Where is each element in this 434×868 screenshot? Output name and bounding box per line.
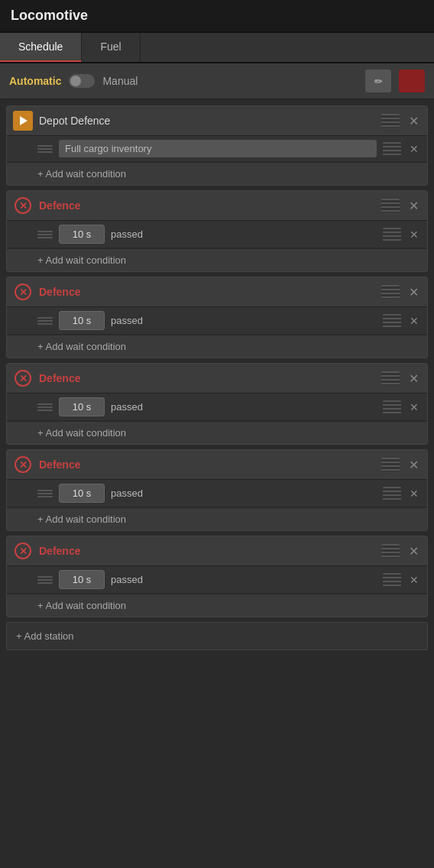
defence-5-condition-row: 10 s passed ✕: [7, 566, 427, 594]
defence-5-icon: ✕: [13, 541, 33, 561]
defence-5-close-button[interactable]: ✕: [406, 543, 421, 559]
d5-drag-lines[interactable]: [37, 576, 53, 584]
defence-circle-icon-5: ✕: [15, 542, 31, 559]
d3-handle: [383, 400, 401, 414]
pencil-icon: ✏: [374, 76, 383, 87]
defence-4-drag-handle[interactable]: [381, 458, 400, 471]
defence-circle-icon: ✕: [15, 197, 31, 214]
defence-5-name: Defence: [39, 545, 375, 557]
station-defence-3: ✕ Defence ✕ 10 s passed: [6, 363, 428, 445]
defence-2-drag-handle[interactable]: [381, 285, 400, 299]
automatic-label: Automatic: [9, 75, 61, 87]
play-triangle: [20, 116, 28, 125]
d4-drag-lines[interactable]: [37, 490, 53, 497]
close-icon: ✕: [410, 228, 419, 241]
close-icon: ✕: [410, 315, 419, 327]
d1-drag-lines[interactable]: [37, 231, 53, 238]
manual-label: Manual: [102, 75, 138, 87]
defence-5-time-value[interactable]: 10 s: [59, 570, 105, 589]
d5-handle: [383, 573, 401, 587]
defence-2-time-value[interactable]: 10 s: [59, 311, 105, 330]
d4-handle: [383, 487, 401, 500]
defence-1-condition-row: 10 s passed ✕: [7, 221, 427, 248]
depot-close-button[interactable]: ✕: [406, 113, 421, 128]
defence-2-icon: ✕: [13, 282, 33, 302]
cargo-close-button[interactable]: ✕: [407, 142, 421, 156]
close-icon: ✕: [410, 143, 419, 155]
tab-schedule[interactable]: Schedule: [0, 33, 82, 62]
toggle-knob: [70, 76, 81, 86]
defence-1-add-wait-button[interactable]: + Add wait condition: [7, 248, 427, 271]
close-icon: ✕: [409, 199, 419, 213]
close-icon: ✕: [409, 114, 419, 128]
close-icon: ✕: [409, 285, 419, 300]
defence-4-name: Defence: [39, 458, 375, 471]
defence-3-name: Defence: [39, 372, 375, 384]
defence-2-name: Defence: [39, 286, 375, 298]
defence-5-cond-close[interactable]: ✕: [407, 573, 421, 587]
station-defence-4: ✕ Defence ✕ 10 s passed: [6, 449, 428, 531]
depot-add-wait-button[interactable]: + Add wait condition: [7, 162, 427, 185]
defence-circle-icon-2: ✕: [15, 283, 31, 300]
defence-4-add-wait-button[interactable]: + Add wait condition: [7, 507, 427, 530]
title-bar: Locomotive: [0, 0, 434, 33]
defence-1-drag-handle[interactable]: [381, 199, 400, 212]
defence-3-icon: ✕: [13, 368, 33, 388]
defence-3-time-value[interactable]: 10 s: [59, 397, 105, 416]
red-button[interactable]: [399, 70, 425, 92]
station-depot-defence: Depot Defence ✕ Full cargo inventory ✕: [6, 105, 428, 186]
cargo-condition-label: Full cargo inventory: [59, 140, 377, 157]
defence-5-drag-handle[interactable]: [381, 544, 400, 558]
d2-handle: [383, 314, 401, 328]
close-icon: ✕: [410, 487, 419, 500]
depot-station-name: Depot Defence: [39, 115, 375, 127]
defence-4-icon: ✕: [13, 455, 33, 474]
defence-2-cond-close[interactable]: ✕: [407, 314, 421, 328]
d3-drag-lines[interactable]: [37, 403, 53, 411]
cargo-drag-lines[interactable]: [37, 145, 53, 153]
defence-5-passed-label: passed: [111, 574, 143, 585]
auto-manual-toggle[interactable]: [69, 74, 95, 88]
defence-4-header: ✕ Defence ✕: [7, 450, 427, 480]
defence-1-time-value[interactable]: 10 s: [59, 225, 105, 244]
defence-1-cond-close[interactable]: ✕: [407, 228, 421, 241]
defence-2-add-wait-button[interactable]: + Add wait condition: [7, 335, 427, 358]
tab-fuel[interactable]: Fuel: [82, 33, 140, 62]
station-defence-2: ✕ Defence ✕ 10 s passed: [6, 277, 428, 358]
defence-5-add-wait-button[interactable]: + Add wait condition: [7, 594, 427, 617]
defence-3-drag-handle[interactable]: [381, 371, 400, 385]
defence-4-time-value[interactable]: 10 s: [59, 484, 105, 503]
toolbar: Automatic Manual ✏: [0, 63, 434, 99]
station-depot-defence-header: Depot Defence ✕: [7, 106, 427, 136]
close-icon: ✕: [409, 544, 419, 559]
defence-4-condition-row: 10 s passed ✕: [7, 480, 427, 507]
defence-circle-icon-3: ✕: [15, 370, 31, 387]
defence-3-condition-row: 10 s passed ✕: [7, 394, 427, 421]
defence-1-close-button[interactable]: ✕: [406, 198, 421, 213]
defence-3-passed-label: passed: [111, 401, 143, 413]
defence-1-header: ✕ Defence ✕: [7, 191, 427, 221]
close-icon: ✕: [410, 574, 419, 586]
defence-4-close-button[interactable]: ✕: [406, 457, 421, 472]
defence-1-passed-label: passed: [111, 228, 143, 240]
defence-2-close-button[interactable]: ✕: [406, 284, 421, 300]
defence-2-header: ✕ Defence ✕: [7, 277, 427, 307]
station-defence-5: ✕ Defence ✕ 10 s passed: [6, 536, 428, 617]
defence-3-add-wait-button[interactable]: + Add wait condition: [7, 421, 427, 444]
pencil-button[interactable]: ✏: [365, 70, 391, 92]
defence-4-cond-close[interactable]: ✕: [407, 487, 421, 500]
close-icon: ✕: [409, 458, 419, 472]
defence-3-close-button[interactable]: ✕: [406, 371, 421, 386]
close-icon: ✕: [410, 401, 419, 413]
defence-1-icon: ✕: [13, 196, 33, 215]
defence-2-passed-label: passed: [111, 315, 143, 326]
d1-handle: [383, 228, 401, 241]
depot-drag-handle[interactable]: [381, 114, 400, 128]
cargo-handle: [383, 142, 401, 156]
defence-3-header: ✕ Defence ✕: [7, 364, 427, 394]
schedule-content: Depot Defence ✕ Full cargo inventory ✕: [0, 99, 434, 656]
defence-3-cond-close[interactable]: ✕: [407, 400, 421, 414]
add-station-button[interactable]: + Add station: [6, 622, 428, 650]
d2-drag-lines[interactable]: [37, 317, 53, 325]
defence-circle-icon-4: ✕: [15, 456, 31, 473]
